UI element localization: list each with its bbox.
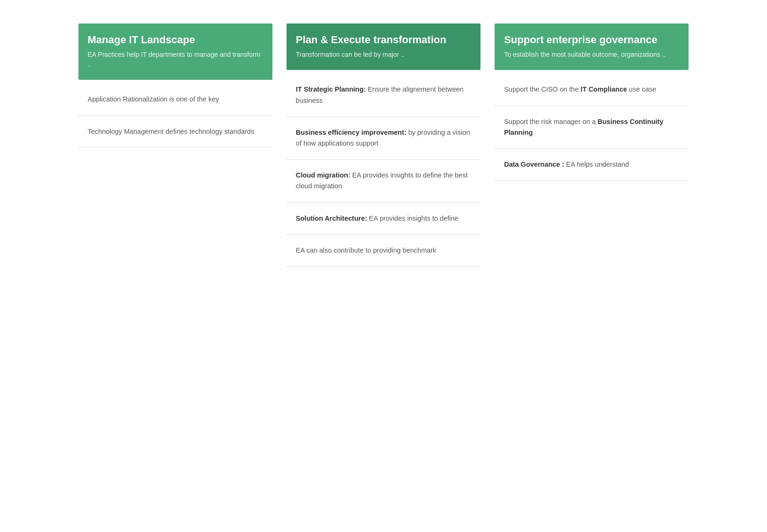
card-risk-prefix: Support the risk manager on a [504, 118, 597, 125]
card-app-rationalization-text: Application Rationalization is one of th… [88, 94, 263, 105]
card-risk-text: Support the risk manager on a Business C… [504, 116, 679, 138]
header-manage-it: Manage IT Landscape EA Practices help IT… [78, 23, 272, 80]
card-data-gov-rest: EA helps understand [564, 161, 629, 168]
header-plan-execute: Plan & Execute transformation Transforma… [287, 23, 480, 70]
card-tech-management: Technology Management defines technology… [78, 116, 272, 148]
header-support-governance: Support enterprise governance To establi… [495, 23, 689, 70]
card-data-governance: Data Governance : EA helps understand [495, 149, 689, 181]
header-support-governance-title: Support enterprise governance [504, 34, 679, 46]
card-solution-arch-bold: Solution Architecture: [296, 215, 367, 222]
card-cloud-migration-text: Cloud migration: EA provides insights to… [296, 170, 471, 192]
card-risk-manager: Support the risk manager on a Business C… [495, 106, 689, 149]
card-business-efficiency-bold: Business efficiency improvement: [296, 129, 406, 136]
card-it-strategic-planning: IT Strategic Planning: Ensure the aligne… [287, 74, 480, 116]
card-solution-arch-text: Solution Architecture: EA provides insig… [296, 213, 471, 224]
card-data-gov-text: Data Governance : EA helps understand [504, 159, 679, 170]
header-manage-it-title: Manage IT Landscape [88, 34, 263, 46]
page-container: Manage IT Landscape EA Practices help IT… [0, 0, 767, 532]
column-plan-execute: Plan & Execute transformation Transforma… [287, 23, 480, 267]
card-ciso-compliance: Support the CISO on the IT Compliance us… [495, 74, 689, 106]
card-benchmark-text: EA can also contribute to providing benc… [296, 245, 471, 256]
card-ciso-bold: IT Compliance [581, 85, 627, 93]
header-manage-it-desc: EA Practices help IT departments to mana… [88, 50, 263, 69]
card-solution-architecture: Solution Architecture: EA provides insig… [287, 203, 480, 235]
card-ciso-prefix: Support the CISO on the [504, 85, 581, 93]
header-support-governance-desc: To establish the most suitable outcome, … [504, 50, 679, 60]
card-solution-arch-rest: EA provides insights to define [367, 215, 458, 222]
card-tech-management-text: Technology Management defines technology… [88, 126, 263, 137]
card-ciso-suffix: use case [627, 85, 656, 93]
card-ciso-text: Support the CISO on the IT Compliance us… [504, 84, 679, 95]
header-plan-execute-title: Plan & Execute transformation [296, 34, 471, 46]
column-manage-it: Manage IT Landscape EA Practices help IT… [78, 23, 272, 148]
card-benchmark: EA can also contribute to providing benc… [287, 235, 480, 267]
card-app-rationalization: Application Rationalization is one of th… [78, 84, 272, 116]
header-plan-execute-desc: Transformation can be led by major .. [296, 50, 471, 60]
card-data-gov-bold: Data Governance : [504, 161, 564, 168]
column-support-governance: Support enterprise governance To establi… [495, 23, 689, 181]
card-cloud-migration: Cloud migration: EA provides insights to… [287, 160, 480, 202]
card-it-strategic-bold: IT Strategic Planning: [296, 85, 366, 93]
card-it-strategic-text: IT Strategic Planning: Ensure the aligne… [296, 84, 471, 106]
card-cloud-migration-bold: Cloud migration: [296, 171, 350, 179]
card-business-efficiency-text: Business efficiency improvement: by prov… [296, 127, 471, 149]
card-business-efficiency: Business efficiency improvement: by prov… [287, 117, 480, 160]
columns-wrapper: Manage IT Landscape EA Practices help IT… [78, 23, 689, 509]
